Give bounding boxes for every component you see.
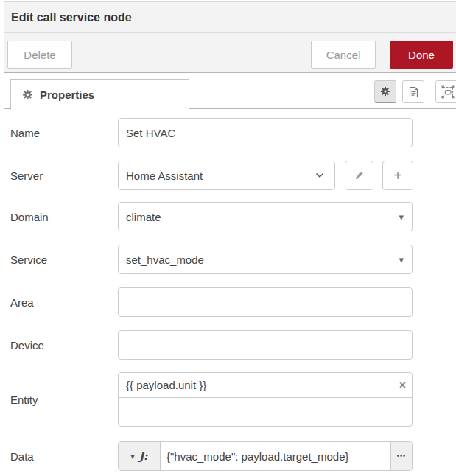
remove-entity-button[interactable]: ×	[393, 373, 412, 397]
tray-header: Edit call service node	[4, 2, 456, 33]
name-row: Name	[10, 118, 456, 147]
delete-button[interactable]: Delete	[7, 41, 72, 69]
server-label: Server	[10, 169, 118, 182]
domain-label: Domain	[10, 211, 118, 223]
data-row: Data ▾ J: •••	[10, 441, 456, 471]
description-section-button[interactable]	[402, 80, 424, 103]
tray-toolbar: Delete Cancel Done	[4, 33, 456, 73]
device-label: Device	[10, 339, 118, 351]
device-row: Device	[10, 330, 456, 360]
chevron-down-icon	[315, 172, 324, 178]
entity-list: ×	[118, 372, 413, 427]
name-input[interactable]	[118, 118, 413, 147]
server-row: Server Home Assistant +	[10, 161, 456, 190]
entity-label: Entity	[10, 393, 118, 406]
service-input[interactable]	[118, 245, 413, 274]
caret-down-icon: ▾	[130, 452, 134, 461]
domain-input[interactable]	[118, 202, 413, 231]
appearance-section-button[interactable]	[435, 80, 456, 103]
service-row: Service ▾	[10, 245, 456, 274]
add-server-button[interactable]: +	[382, 161, 413, 190]
edit-node-tray: Edit call service node Delete Cancel Don…	[4, 1, 456, 476]
expand-data-button[interactable]: •••	[390, 442, 412, 470]
edit-server-button[interactable]	[345, 161, 373, 190]
entity-list-empty-area[interactable]	[119, 398, 412, 426]
data-label: Data	[10, 450, 118, 463]
plus-icon: +	[393, 167, 402, 184]
tab-properties[interactable]: Properties	[10, 79, 189, 110]
area-label: Area	[10, 296, 118, 309]
device-input[interactable]	[118, 330, 413, 360]
data-typed-input: ▾ J: •••	[118, 441, 413, 471]
tab-properties-label: Properties	[40, 88, 94, 101]
cancel-button[interactable]: Cancel	[311, 41, 376, 69]
done-button[interactable]: Done	[390, 41, 453, 69]
entity-list-item: ×	[119, 373, 412, 398]
close-icon: ×	[399, 379, 406, 391]
area-row: Area	[10, 287, 456, 317]
server-select[interactable]: Home Assistant	[118, 161, 335, 190]
gear-icon	[22, 89, 33, 100]
data-input[interactable]	[161, 442, 390, 470]
service-label: Service	[10, 253, 118, 266]
appearance-selection-icon	[441, 85, 455, 99]
entity-row: Entity ×	[10, 372, 456, 427]
area-input[interactable]	[118, 287, 413, 317]
name-label: Name	[10, 127, 118, 139]
entity-item-input[interactable]	[119, 373, 393, 397]
document-icon	[408, 86, 419, 98]
json-type-icon: J:	[139, 449, 148, 463]
pencil-icon	[354, 170, 365, 181]
gear-icon	[380, 86, 390, 97]
dialog-title: Edit call service node	[11, 11, 132, 24]
ellipsis-icon: •••	[397, 452, 406, 460]
data-type-button[interactable]: ▾ J:	[119, 442, 161, 470]
domain-row: Domain ▾	[10, 202, 456, 231]
properties-form: Name Server Home Assistant	[4, 109, 456, 471]
server-select-value: Home Assistant	[126, 169, 203, 182]
properties-section-button[interactable]	[374, 80, 396, 103]
editor-tab-bar: Properties	[4, 73, 456, 109]
